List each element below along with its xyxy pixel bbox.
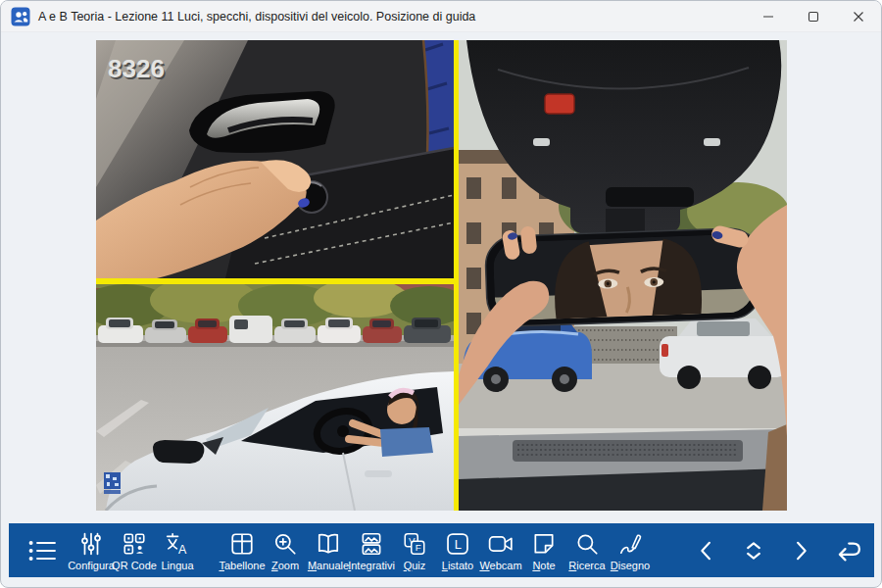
toolbar-label: Lingua — [161, 560, 193, 571]
publisher-watermark — [104, 472, 121, 494]
toolbar-button-tabellone[interactable]: Tabellone — [220, 529, 264, 571]
minimize-button[interactable] — [746, 1, 791, 31]
image-stack-icon — [359, 531, 384, 557]
table-grid-icon — [229, 531, 255, 557]
photo-door-panel-mirror-control: 8326 8326 — [96, 40, 454, 278]
toolbar-button-webcam[interactable]: Webcam — [479, 529, 522, 571]
photo-driver-parking-lot — [96, 284, 454, 511]
photo-rearview-mirror — [459, 40, 787, 511]
sliders-icon — [78, 531, 104, 557]
window-controls — [746, 1, 881, 31]
toolbar-label: Configura — [68, 560, 115, 571]
toolbar-label: Disegno — [611, 560, 650, 571]
maximize-icon — [808, 11, 819, 23]
lesson-slide: 8326 8326 — [96, 40, 787, 511]
svg-text:A: A — [178, 543, 187, 557]
slide-left-column: 8326 8326 — [96, 40, 454, 511]
sticky-note-icon — [531, 531, 557, 557]
app-people-icon — [11, 7, 30, 26]
true-false-icon: V F — [402, 531, 427, 557]
toolbar-button-listato[interactable]: L Listato — [436, 529, 479, 571]
return-arrow-icon — [833, 536, 862, 565]
close-button[interactable] — [836, 1, 881, 31]
toolbar-button-integrativi[interactable]: Integrativi — [350, 529, 393, 571]
toolbar-label: Ricerca — [568, 560, 605, 571]
toolbar-label: Manuale — [308, 560, 349, 571]
close-icon — [853, 11, 864, 23]
slide-number: 8326 — [108, 54, 165, 83]
letter-l-box-icon: L — [445, 531, 470, 557]
toolbar-label: Integrativi — [348, 560, 395, 571]
previous-button[interactable] — [686, 537, 727, 564]
index-menu-button[interactable] — [23, 537, 62, 564]
toolbar-button-quiz[interactable]: V F Quiz — [393, 529, 436, 571]
toolbar-button-zoom[interactable]: Zoom — [264, 529, 307, 571]
toolbar-button-configura[interactable]: Configura — [70, 529, 113, 571]
svg-text:F: F — [416, 542, 421, 553]
maximize-button[interactable] — [791, 1, 836, 31]
scroll-up-down-button[interactable] — [733, 537, 774, 564]
chevron-left-icon — [693, 537, 720, 564]
return-button[interactable] — [827, 536, 868, 565]
toolbar-label: Listato — [442, 560, 473, 571]
qr-code-icon — [122, 531, 147, 557]
toolbar-button-disegno[interactable]: Disegno — [609, 529, 652, 571]
toolbar-label: Tabellone — [219, 560, 265, 571]
chevron-up-down-icon — [740, 537, 767, 564]
dashboard — [459, 424, 787, 511]
toolbar-button-manuale[interactable]: Manuale — [307, 529, 350, 571]
bottom-toolbar: Configura QR Code A Lingua Tabellone — [9, 523, 874, 577]
translate-icon: A — [165, 531, 190, 557]
list-menu-icon — [27, 537, 57, 564]
toolbar-label: Quiz — [404, 560, 426, 571]
toolbar-button-qr-code[interactable]: QR Code — [113, 529, 156, 571]
toolbar-button-lingua[interactable]: A Lingua — [156, 529, 199, 571]
toolbar-button-note[interactable]: Note — [522, 529, 565, 571]
toolbar-label: Webcam — [479, 560, 521, 571]
toolbar-label: QR Code — [112, 560, 157, 571]
video-camera-icon — [488, 531, 514, 557]
toolbar-label: Zoom — [271, 560, 299, 571]
title-bar: A e B Teoria - Lezione 11 Luci, specchi,… — [1, 1, 881, 32]
search-icon — [574, 531, 600, 557]
pen-signature-icon — [617, 531, 643, 557]
app-window: A e B Teoria - Lezione 11 Luci, specchi,… — [0, 0, 882, 588]
window-title: A e B Teoria - Lezione 11 Luci, specchi,… — [38, 10, 475, 24]
zoom-in-icon — [272, 531, 298, 557]
toolbar-label: Note — [532, 560, 555, 571]
toolbar-button-ricerca[interactable]: Ricerca — [565, 529, 609, 571]
svg-text:L: L — [455, 537, 462, 552]
sos-button — [545, 94, 574, 114]
side-mirror — [153, 440, 204, 464]
next-button[interactable] — [780, 537, 821, 564]
minimize-icon — [762, 11, 774, 23]
open-book-icon — [316, 531, 341, 557]
navigation-group — [686, 536, 868, 565]
chevron-right-icon — [787, 537, 814, 564]
